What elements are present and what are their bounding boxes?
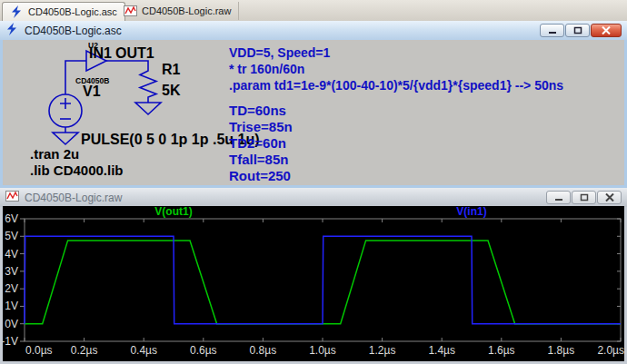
tab-label: CD4050B-Logic.raw bbox=[142, 5, 231, 16]
note-line[interactable]: VDD=5, Speed=1 bbox=[229, 44, 563, 61]
y-tick-label: 4V bbox=[5, 248, 18, 261]
schematic-window: CD4050B-Logic.asc bbox=[0, 21, 627, 188]
directive-line[interactable]: .lib CD4000.lib bbox=[30, 162, 124, 179]
y-tick-label: 2V bbox=[5, 282, 18, 295]
trace-1 bbox=[25, 236, 621, 323]
schematic-notes: VDD=5, Speed=1 * tr 160n/60n .param td1=… bbox=[229, 44, 563, 93]
minimize-button[interactable] bbox=[540, 24, 564, 37]
waveform-window: CD4050B-Logic.raw 0.0µs0.2µs0.4µs0.6µs0.… bbox=[0, 188, 627, 364]
x-tick-label: 0.0µs bbox=[25, 344, 53, 357]
close-button[interactable] bbox=[597, 191, 622, 204]
ground-symbol[interactable] bbox=[53, 127, 78, 144]
param-line[interactable]: Tfall=85n bbox=[229, 152, 293, 168]
waveform-plot[interactable]: 0.0µs0.2µs0.4µs0.6µs0.8µs1.0µs1.2µs1.4µs… bbox=[3, 206, 624, 361]
note-line[interactable]: * tr 160n/60n bbox=[229, 61, 563, 77]
close-button[interactable] bbox=[591, 24, 622, 37]
waveform-icon bbox=[124, 5, 137, 17]
y-tick-label: 1V bbox=[5, 300, 18, 312]
ltspice-icon bbox=[5, 23, 19, 38]
x-tick-label: 1.6µs bbox=[488, 344, 515, 357]
window-title: CD4050B-Logic.raw bbox=[25, 192, 541, 204]
param-line[interactable]: Trise=85n bbox=[229, 119, 293, 135]
schematic-titlebar[interactable]: CD4050B-Logic.asc bbox=[0, 21, 627, 40]
resistor-value[interactable]: 5K bbox=[162, 83, 181, 98]
resistor-symbol[interactable] bbox=[140, 68, 156, 101]
x-tick-label: 1.4µs bbox=[428, 344, 455, 357]
directive-line[interactable]: .tran 2u bbox=[30, 146, 124, 162]
waveform-titlebar[interactable]: CD4050B-Logic.raw bbox=[0, 188, 627, 207]
x-tick-label: 2.0µs bbox=[597, 344, 624, 357]
x-tick-label: 0.6µs bbox=[190, 344, 217, 357]
ground-symbol[interactable] bbox=[135, 101, 161, 114]
tab-label: CD4050B-Logic.asc bbox=[28, 6, 117, 17]
minimize-button[interactable] bbox=[546, 191, 571, 204]
tab-schematic[interactable]: CD4050B-Logic.asc bbox=[2, 2, 125, 21]
waveform-plot-area[interactable]: 0.0µs0.2µs0.4µs0.6µs0.8µs1.0µs1.2µs1.4µs… bbox=[3, 206, 624, 361]
legend-label-0[interactable]: V(out1) bbox=[154, 206, 192, 218]
document-tab-bar: CD4050B-Logic.asc CD4050B-Logic.raw bbox=[0, 0, 627, 22]
window-controls bbox=[540, 24, 622, 37]
plus-sign bbox=[60, 98, 71, 109]
schematic-wires bbox=[49, 51, 161, 144]
y-tick-label: 5V bbox=[5, 230, 18, 242]
param-line[interactable]: Rout=250 bbox=[229, 168, 293, 184]
x-tick-label: 0.8µs bbox=[250, 344, 277, 357]
x-tick-label: 1.2µs bbox=[369, 344, 396, 357]
waveform-icon bbox=[5, 190, 19, 205]
x-tick-label: 1.8µs bbox=[548, 344, 575, 357]
x-tick-label: 0.4µs bbox=[130, 344, 157, 357]
restore-button[interactable] bbox=[572, 191, 596, 204]
spice-directives: .tran 2u .lib CD4000.lib bbox=[30, 146, 124, 179]
window-title: CD4050B-Logic.asc bbox=[25, 25, 534, 37]
legend-label-1[interactable]: V(in1) bbox=[456, 206, 486, 218]
y-tick-label: -1V bbox=[3, 335, 18, 348]
x-tick-label: 0.2µs bbox=[71, 344, 98, 357]
note-line[interactable]: .param td1=1e-9*(100-40-10)*5/{vdd1}*{sp… bbox=[229, 77, 563, 93]
param-line[interactable]: TD=60ns bbox=[229, 103, 293, 119]
resistor-refdes[interactable]: R1 bbox=[162, 62, 181, 77]
ltspice-app: CD4050B-Logic.asc CD4050B-Logic.raw CD40… bbox=[0, 0, 627, 364]
x-tick-label: 1.0µs bbox=[309, 344, 336, 357]
param-line[interactable]: TD2=60n bbox=[229, 135, 293, 152]
restore-button[interactable] bbox=[565, 24, 590, 37]
tab-waveform[interactable]: CD4050B-Logic.raw bbox=[116, 2, 239, 20]
node-label-out1[interactable]: OUT1 bbox=[115, 45, 154, 61]
y-tick-label: 6V bbox=[5, 212, 18, 225]
buffer-refdes[interactable]: U2 bbox=[88, 41, 98, 50]
wire-out1[interactable] bbox=[106, 61, 148, 68]
source-refdes[interactable]: V1 bbox=[83, 84, 101, 99]
y-tick-label: 3V bbox=[5, 265, 18, 278]
schematic-canvas[interactable]: IN1 OUT1 U2 CD4050B V1 R1 5K PULSE(0 5 0… bbox=[3, 40, 624, 185]
schematic-params: TD=60ns Trise=85n TD2=60n Tfall=85n Rout… bbox=[229, 103, 293, 184]
window-controls bbox=[546, 191, 622, 204]
y-tick-label: 0V bbox=[5, 318, 18, 330]
ltspice-icon bbox=[10, 5, 24, 18]
